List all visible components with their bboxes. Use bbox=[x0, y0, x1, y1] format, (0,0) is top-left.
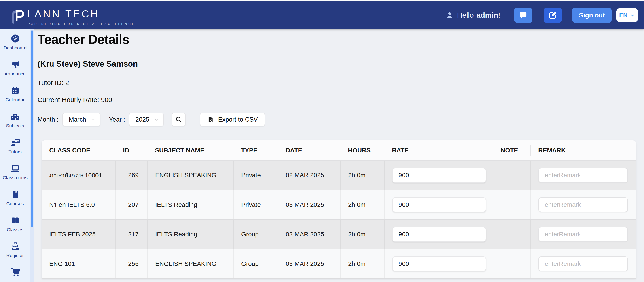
school-icon bbox=[10, 111, 20, 121]
date-cell: 03 MAR 2025 bbox=[278, 190, 340, 219]
note-cell bbox=[493, 160, 531, 190]
search-icon bbox=[175, 116, 182, 123]
sidebar-label: Tutors bbox=[8, 149, 22, 154]
id-cell: 207 bbox=[116, 190, 147, 219]
table-row: ENG 101 256 ENGLISH SPEAKING Group 03 MA… bbox=[42, 249, 636, 279]
id-cell: 269 bbox=[116, 160, 147, 190]
col-id: ID bbox=[116, 140, 147, 160]
rate-cell bbox=[384, 219, 493, 249]
col-hours: HOURS bbox=[340, 140, 384, 160]
col-rate: RATE bbox=[384, 140, 493, 160]
table-row: ภาษาอังกฤษ 10001 269 ENGLISH SPEAKING Pr… bbox=[42, 160, 636, 190]
open-book-icon bbox=[10, 215, 20, 225]
rate-input[interactable] bbox=[392, 197, 486, 212]
col-type: TYPE bbox=[234, 140, 278, 160]
sidebar-scrollbar-track[interactable] bbox=[30, 29, 34, 282]
sidebar-item-cart[interactable] bbox=[0, 266, 30, 282]
language-value: EN bbox=[619, 12, 628, 19]
col-class-code: CLASS CODE bbox=[42, 140, 116, 160]
sidebar-label: Courses bbox=[6, 201, 24, 206]
bookmark-book-icon bbox=[11, 189, 20, 199]
col-subject-name: SUBJECT NAME bbox=[147, 140, 234, 160]
sidebar-label: Calendar bbox=[6, 97, 24, 103]
subject-cell: IELTS Reading bbox=[147, 190, 234, 219]
col-remark: REMARK bbox=[531, 140, 636, 160]
sidebar-label: Register bbox=[6, 253, 24, 258]
col-date: DATE bbox=[278, 140, 340, 160]
remark-input[interactable] bbox=[538, 168, 628, 183]
sidebar-label: Subjects bbox=[6, 123, 24, 128]
sidebar-item-classes[interactable]: Classes bbox=[0, 214, 30, 240]
sidebar-label: Classrooms bbox=[3, 175, 28, 180]
hours-cell: 2h 0m bbox=[340, 190, 384, 219]
remark-input[interactable] bbox=[538, 197, 628, 212]
class-code-cell: IELTS FEB 2025 bbox=[42, 219, 116, 249]
subject-cell: ENGLISH SPEAKING bbox=[147, 249, 234, 279]
greeting-suffix: ! bbox=[498, 11, 500, 20]
remark-cell bbox=[531, 219, 636, 249]
remark-cell bbox=[531, 190, 636, 219]
brand-wordmark: LANN TECH bbox=[27, 7, 136, 21]
sidebar-item-register[interactable]: Register bbox=[0, 240, 30, 266]
year-select[interactable]: 2025 bbox=[129, 113, 164, 126]
date-cell: 03 MAR 2025 bbox=[278, 249, 340, 279]
month-value: March bbox=[69, 116, 86, 123]
cash-register-icon bbox=[10, 241, 20, 251]
hours-cell: 2h 0m bbox=[340, 160, 384, 190]
sidebar-item-classrooms[interactable]: Classrooms bbox=[0, 162, 30, 188]
megaphone-icon bbox=[10, 60, 20, 69]
type-cell: Group bbox=[234, 249, 278, 279]
p-logo-icon bbox=[10, 8, 26, 24]
rate-cell bbox=[384, 190, 493, 219]
app-root: LANN TECH PARTNERING FOR DIGITAL EXCELLE… bbox=[0, 0, 644, 282]
header-actions: Helloadmin! Sign out bbox=[445, 8, 638, 23]
tutor-id: Tutor ID: 2 bbox=[38, 79, 636, 87]
brand-logo: LANN TECH PARTNERING FOR DIGITAL EXCELLE… bbox=[10, 5, 136, 26]
sidebar-item-courses[interactable]: Courses bbox=[0, 188, 30, 214]
rate-input[interactable] bbox=[392, 227, 486, 242]
table-row: IELTS FEB 2025 217 IELTS Reading Group 0… bbox=[42, 219, 636, 249]
edit-button[interactable] bbox=[544, 8, 562, 23]
sign-out-button[interactable]: Sign out bbox=[572, 8, 612, 23]
sidebar-item-dashboard[interactable]: Dashboard bbox=[0, 33, 30, 59]
user-icon bbox=[445, 11, 454, 20]
export-csv-label: Export to CSV bbox=[218, 116, 258, 123]
note-cell bbox=[493, 219, 531, 249]
remark-input[interactable] bbox=[538, 227, 628, 242]
sidebar-scrollbar-thumb[interactable] bbox=[31, 31, 33, 227]
cart-icon bbox=[10, 267, 20, 277]
remark-input[interactable] bbox=[538, 256, 628, 271]
class-code-cell: ภาษาอังกฤษ 10001 bbox=[42, 160, 116, 190]
tutor-screen-icon bbox=[10, 137, 20, 147]
type-cell: Group bbox=[234, 219, 278, 249]
language-dropdown[interactable]: EN bbox=[616, 8, 638, 22]
rate-cell bbox=[384, 249, 493, 279]
month-select[interactable]: March bbox=[62, 113, 100, 126]
note-cell bbox=[493, 249, 531, 279]
export-csv-button[interactable]: Export to CSV bbox=[200, 113, 265, 126]
chat-bubble-icon bbox=[519, 11, 528, 20]
sidebar-label: Classes bbox=[7, 227, 24, 232]
sidebar-item-calendar[interactable]: Calendar bbox=[0, 85, 30, 111]
messages-button[interactable] bbox=[514, 8, 532, 23]
table-row: N'Fen IELTS 6.0 207 IELTS Reading Privat… bbox=[42, 190, 636, 219]
greeting-username: admin bbox=[476, 11, 498, 20]
remark-cell bbox=[531, 249, 636, 279]
calendar-icon bbox=[11, 86, 20, 95]
sidebar-nav: Dashboard Announce bbox=[0, 29, 30, 282]
date-cell: 02 MAR 2025 bbox=[278, 160, 340, 190]
search-button[interactable] bbox=[172, 113, 186, 126]
rate-input[interactable] bbox=[392, 256, 486, 271]
sidebar-label: Dashboard bbox=[4, 45, 26, 51]
id-cell: 217 bbox=[116, 219, 147, 249]
classes-table: CLASS CODE ID SUBJECT NAME TYPE DATE HOU… bbox=[42, 140, 636, 279]
sidebar-item-tutors[interactable]: Tutors bbox=[0, 137, 30, 162]
rate-input[interactable] bbox=[392, 168, 486, 183]
sidebar-item-subjects[interactable]: Subjects bbox=[0, 111, 30, 137]
month-label: Month : bbox=[38, 116, 58, 123]
class-code-cell: ENG 101 bbox=[42, 249, 116, 279]
sidebar-item-announce[interactable]: Announce bbox=[0, 59, 30, 85]
remark-cell bbox=[531, 160, 636, 190]
filter-bar: Month : March Year : 2025 bbox=[38, 113, 636, 126]
type-cell: Private bbox=[234, 190, 278, 219]
